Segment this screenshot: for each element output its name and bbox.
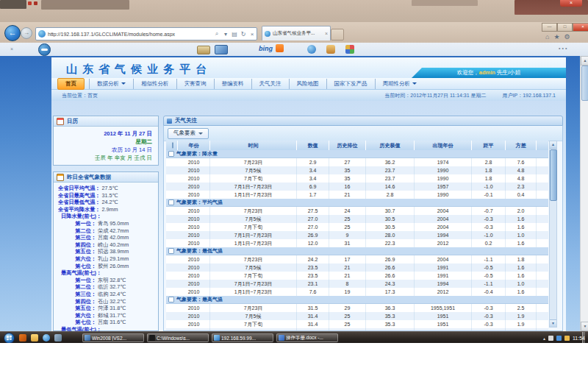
close-button[interactable]: ×	[573, 23, 588, 32]
nav-item-国家下发产品[interactable]: 国家下发产品	[326, 79, 375, 89]
taskbar-button[interactable]: Win2008 [VS2...	[82, 333, 144, 342]
addon-icon-2[interactable]	[326, 45, 335, 54]
maximize-button[interactable]: □	[557, 23, 573, 32]
table-row[interactable]: 20101月1日~7月23日12.03122.320120.21.6	[166, 239, 548, 247]
group-checkbox[interactable]	[168, 151, 174, 157]
table-scrollbar-thumb[interactable]	[550, 149, 557, 201]
table-row[interactable]: 20107月1日~7月23日6.91614.61957-1.02.3	[166, 183, 548, 191]
action-center-flag-icon[interactable]	[564, 336, 570, 341]
table-scrollbar[interactable]: ▲ ▼	[549, 141, 557, 328]
bing-logo[interactable]: bing	[259, 44, 284, 52]
nav-item-整编资料[interactable]: 整编资料	[214, 79, 251, 89]
table-row[interactable]: 20107月23日2.92736.219742.87.6	[166, 158, 548, 166]
group-checkbox[interactable]	[168, 199, 174, 205]
column-header-历史极值[interactable]: 历史极值	[366, 141, 415, 150]
nav-item-数据分析[interactable]: 数据分析	[89, 79, 133, 89]
bing-badge-icon[interactable]	[276, 44, 284, 52]
home-icon[interactable]: ⌂	[545, 33, 549, 40]
tab-close-icon[interactable]: ×	[323, 31, 330, 36]
new-tab-button[interactable]	[331, 29, 344, 40]
nav-item-风险地图[interactable]: 风险地图	[289, 79, 326, 89]
mail-icon[interactable]	[215, 45, 228, 54]
search-icon[interactable]: ⌕	[212, 30, 221, 38]
table-row[interactable]: 20107月23日24.21726.92004-1.11.8	[166, 255, 548, 263]
tab-title[interactable]: 山东省气候业务平...	[273, 30, 323, 37]
table-row[interactable]: 20107月5候23.52126.61991-0.51.6	[166, 263, 548, 272]
column-header-方差[interactable]: 方差	[506, 141, 537, 150]
element-filter-button[interactable]: 气象要素	[168, 128, 209, 139]
group-header-row[interactable]: 气象要素：平均气温	[166, 199, 548, 207]
table-row[interactable]: 20101月1日~7月23日7.61917.32012-0.41.6	[166, 288, 548, 296]
column-header-时间[interactable]: 时间	[210, 141, 297, 150]
compatibility-view-icon[interactable]: ▤	[230, 31, 239, 38]
media-player-icon[interactable]	[19, 334, 26, 342]
scrollbar-down-icon[interactable]: ▼	[581, 322, 588, 331]
group-header-row[interactable]: 气象要素：降水量	[166, 150, 548, 158]
settings-gear-icon[interactable]: ⚙	[564, 33, 570, 40]
column-header-历史排位[interactable]: 历史排位	[329, 141, 366, 150]
nav-item-周期性分析[interactable]: 周期性分析	[375, 79, 425, 89]
browser-scrollbar-thumb[interactable]	[581, 66, 588, 101]
nav-item-天气关注[interactable]: 天气关注	[251, 79, 289, 89]
file-explorer-icon[interactable]	[31, 334, 38, 342]
column-header-出现年份[interactable]: 出现年份	[415, 141, 472, 150]
table-row[interactable]: 20107月下旬27.02530.52004-0.31.6	[166, 223, 548, 231]
browser-scrollbar[interactable]: ▲ ▼	[580, 56, 588, 331]
volume-icon[interactable]	[548, 336, 553, 341]
url-text[interactable]: http://192.168.137.1/GLCCLIMATE/modules/…	[48, 32, 212, 37]
start-button[interactable]	[4, 333, 15, 344]
nav-item-相似性分析[interactable]: 相似性分析	[133, 79, 176, 89]
back-button[interactable]: ←	[4, 25, 21, 41]
addon-icon-1[interactable]	[307, 45, 316, 54]
breadcrumb: 当前位置：首页	[62, 92, 98, 99]
taskbar-button[interactable]: C:\Windows\s...	[147, 333, 209, 342]
favorites-star-icon[interactable]: ★	[553, 33, 559, 40]
stop-icon[interactable]: ×	[248, 31, 257, 38]
table-row[interactable]: 20107月1日~7月23日26.9928.01994-1.01.0	[166, 231, 548, 239]
nav-item-首页[interactable]: 首页	[57, 78, 85, 90]
calendar-date: 2012 年 11 月 27 日	[54, 130, 152, 138]
show-desktop-button[interactable]	[582, 332, 585, 344]
column-header-年份[interactable]: 年份	[178, 141, 210, 150]
hidden-icons-arrow[interactable]: ▴	[543, 336, 545, 341]
address-dropdown-icon[interactable]: ▾	[221, 31, 230, 38]
group-checkbox[interactable]	[168, 297, 174, 302]
addon-logo-icon[interactable]	[38, 43, 51, 56]
table-row[interactable]: 20107月下旬23.52126.61991-0.51.6	[166, 272, 548, 280]
minimize-button[interactable]: —	[542, 23, 557, 32]
group-checkbox[interactable]	[168, 248, 174, 254]
app-icon	[149, 335, 155, 341]
table-row[interactable]: 20107月5候27.02530.52004-0.31.6	[166, 215, 548, 223]
table-row[interactable]: 20101月1日~7月23日1.7212.81990-0.10.4	[166, 191, 548, 199]
table-row[interactable]: 20107月下旬31.42535.31951-0.31.9	[166, 320, 548, 328]
scrollbar-up-icon[interactable]: ▲	[581, 56, 588, 66]
column-header-距平[interactable]: 距平	[472, 141, 506, 150]
background-close-button[interactable]: ×	[560, 0, 582, 7]
nav-item-灾害查询[interactable]: 灾害查询	[176, 79, 214, 89]
cards-icon[interactable]	[197, 46, 210, 54]
table-row[interactable]: 20107月5候3.43523.719901.84.8	[166, 166, 548, 174]
checkbox[interactable]	[172, 142, 173, 149]
group-header-row[interactable]: 气象要素：最低气温	[166, 247, 548, 255]
table-row[interactable]: 20107月5候31.42535.31951-0.31.9	[166, 312, 548, 320]
taskbar-button[interactable]: 操作手册.docx -...	[276, 333, 338, 342]
refresh-icon[interactable]: ↻	[239, 31, 248, 38]
address-bar[interactable]: http://192.168.137.1/GLCCLIMATE/modules/…	[35, 27, 257, 40]
group-header-row[interactable]: 气象要素：最高气温	[166, 296, 548, 304]
table-row[interactable]: 20107月下旬3.43523.719901.84.8	[166, 174, 548, 183]
column-header-数值[interactable]: 数值	[297, 141, 329, 150]
taskbar-button[interactable]: 192.168.59.99...	[212, 333, 273, 342]
browser-tab[interactable]: 山东省气候业务平... ×	[262, 26, 331, 40]
network-icon[interactable]	[556, 336, 562, 341]
more-options-icon[interactable]: •••	[559, 46, 568, 51]
forward-button[interactable]: →	[21, 27, 32, 39]
pinned-app-icon[interactable]	[54, 334, 62, 342]
ie-icon[interactable]	[43, 334, 50, 342]
toolbar-close-icon[interactable]: ×	[10, 46, 13, 52]
scroll-down-icon[interactable]: ▼	[550, 319, 556, 327]
addon-icon-3[interactable]	[345, 45, 354, 54]
table-row[interactable]: 20107月23日31.52936.31955,1951-0.32.5	[166, 304, 548, 312]
table-row[interactable]: 20107月23日27.52430.72004-0.72.0	[166, 207, 548, 215]
table-row[interactable]: 20107月1日~7月23日23.1824.31994-1.11.0	[166, 280, 548, 288]
scroll-up-icon[interactable]: ▲	[550, 141, 556, 149]
